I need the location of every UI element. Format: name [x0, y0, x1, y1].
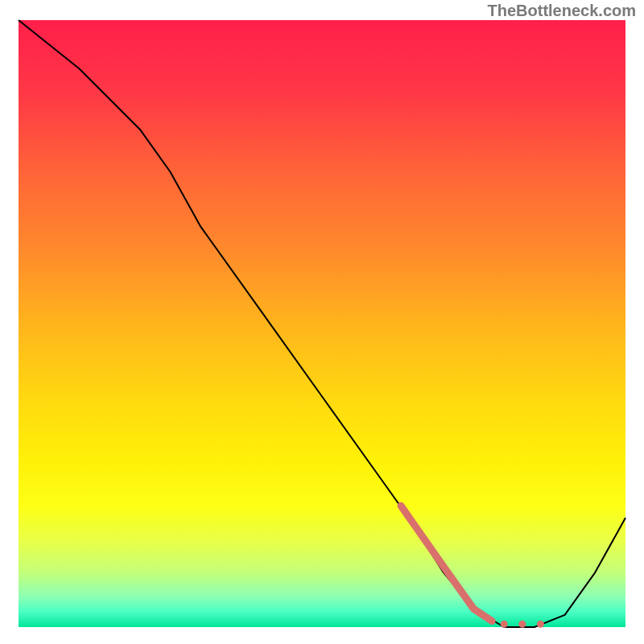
- highlight-dot: [537, 621, 544, 628]
- highlight-dot: [518, 621, 526, 628]
- chart-svg: [0, 0, 644, 644]
- plot-background: [19, 20, 625, 627]
- attribution-text: TheBottleneck.com: [488, 2, 636, 20]
- highlight-dot: [501, 621, 508, 628]
- chart-container: TheBottleneck.com: [0, 0, 644, 644]
